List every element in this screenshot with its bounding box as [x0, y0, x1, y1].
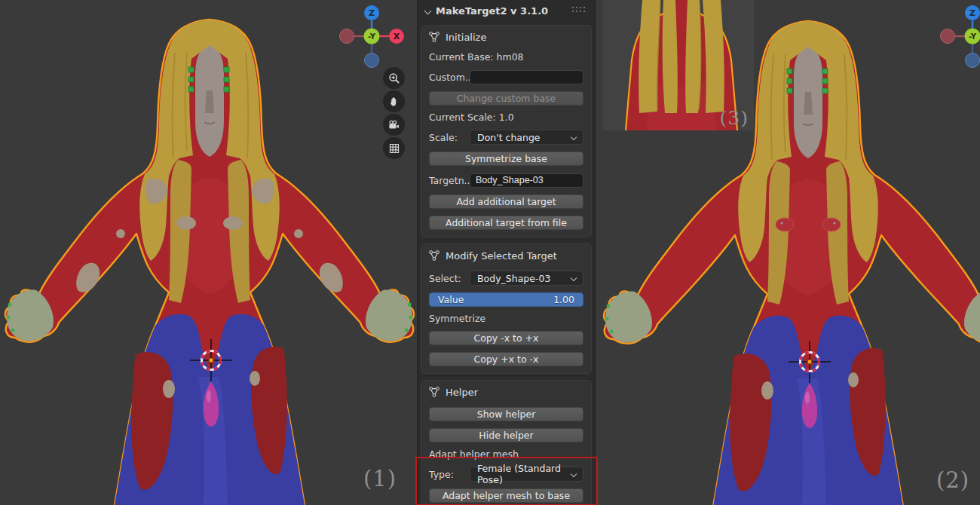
- camera-icon: [387, 119, 400, 131]
- initialize-title: Initialize: [446, 32, 486, 43]
- adapt-helper-mesh-to-base-button[interactable]: Adapt helper mesh to base: [429, 488, 583, 503]
- figure-1: [0, 0, 417, 505]
- collapse-chevron-icon[interactable]: [424, 7, 432, 14]
- current-scale-label: Current Scale: 1.0: [429, 112, 583, 123]
- current-base-label: Current Base: hm08: [429, 51, 583, 63]
- helper-section: Helper Show helper Hide helper Adapt hel…: [421, 380, 592, 505]
- axis-z-ball-right[interactable]: Z: [969, 8, 975, 18]
- panel-title: MakeTarget2 v 3.1.0: [436, 5, 548, 17]
- custom-base-input[interactable]: [470, 70, 583, 84]
- scale-dropdown[interactable]: Don't change: [470, 130, 583, 145]
- viewport-1[interactable]: Z X -Y: [0, 0, 417, 505]
- scale-label: Scale:: [429, 132, 470, 143]
- modify-section: Modify Selected Target Select: Body_Shap…: [421, 243, 592, 374]
- value-slider-label: Value: [438, 294, 464, 305]
- inset-image: (3): [603, 0, 754, 130]
- initialize-section: Initialize Current Base: hm08 Custom... …: [421, 25, 592, 237]
- magnifier-plus-icon: [388, 72, 400, 84]
- inset-label-3: (3): [720, 107, 749, 129]
- axis-neg-y-ball-right[interactable]: -Y: [969, 32, 977, 41]
- blender-window: Z X -Y: [0, 0, 980, 505]
- panel-header[interactable]: MakeTarget2 v 3.1.0: [418, 0, 595, 21]
- navigation-gizmo-right[interactable]: Z -Y: [940, 3, 980, 71]
- viewport-label-2: (2): [936, 467, 969, 493]
- grid-icon: [388, 142, 400, 155]
- viewport-label-1: (1): [363, 466, 397, 491]
- hand-icon: [388, 96, 400, 108]
- target-name-input[interactable]: [470, 173, 583, 188]
- panel-grip-icon[interactable]: [572, 7, 587, 14]
- mesh-data-icon: [429, 387, 439, 397]
- chevron-down-icon: [571, 275, 577, 281]
- helper-title: Helper: [446, 387, 478, 398]
- additional-target-from-file-button[interactable]: Additional target from file: [429, 216, 583, 230]
- symmetrize-label: Symmetrize: [429, 313, 583, 324]
- copy-negx-to-posx-button[interactable]: Copy -x to +x: [429, 331, 583, 345]
- custom-label: Custom...: [429, 72, 470, 83]
- select-target-dropdown[interactable]: Body_Shape-03: [470, 271, 583, 286]
- camera-view-button[interactable]: [383, 114, 405, 136]
- viewport-gadgets: [383, 67, 405, 159]
- adapt-helper-mesh-label: Adapt helper mesh: [429, 448, 583, 460]
- navigation-gizmo[interactable]: Z X -Y: [339, 3, 407, 71]
- symmetrize-base-button[interactable]: Symmetrize base: [429, 152, 583, 166]
- axis-x-ball[interactable]: X: [394, 32, 400, 41]
- axis-neg-y-ball[interactable]: -Y: [368, 32, 376, 41]
- add-additional-target-button[interactable]: Add additional target: [429, 194, 583, 209]
- copy-posx-to-negx-button[interactable]: Copy +x to -x: [429, 352, 583, 366]
- mesh-data-icon: [429, 250, 439, 261]
- modify-section-header[interactable]: Modify Selected Target: [421, 244, 591, 264]
- select-label: Select:: [429, 273, 470, 284]
- target-name-label: Targetn...: [429, 175, 470, 186]
- type-label: Type:: [429, 469, 470, 480]
- pan-button[interactable]: [383, 90, 405, 112]
- chevron-down-icon: [571, 134, 577, 140]
- maketarget-panel: MakeTarget2 v 3.1.0 Initialize Current B…: [417, 0, 596, 505]
- viewport-2[interactable]: (3) Z -Y (2): [596, 0, 980, 505]
- grid-toggle-button[interactable]: [383, 137, 405, 159]
- value-slider-amount: 1.00: [553, 294, 574, 305]
- chevron-down-icon: [571, 471, 577, 477]
- axis-z-ball[interactable]: Z: [369, 8, 375, 18]
- change-custom-base-button[interactable]: Change custom base: [429, 91, 583, 106]
- helper-section-header[interactable]: Helper: [421, 381, 591, 400]
- mesh-data-icon: [429, 32, 439, 42]
- zoom-button[interactable]: [383, 67, 405, 89]
- helper-type-dropdown[interactable]: Female (Standard Pose): [470, 467, 583, 482]
- hide-helper-button[interactable]: Hide helper: [429, 428, 583, 442]
- show-helper-button[interactable]: Show helper: [429, 407, 583, 421]
- modify-title: Modify Selected Target: [446, 250, 557, 262]
- value-slider[interactable]: Value 1.00: [429, 292, 583, 307]
- initialize-section-header[interactable]: Initialize: [421, 26, 591, 45]
